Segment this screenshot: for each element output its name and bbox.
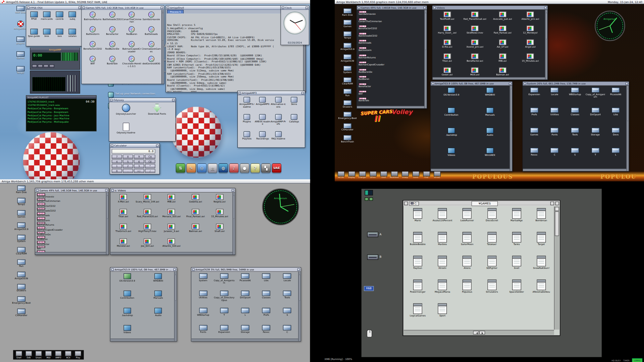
game-icon[interactable]: BatmanReturns xyxy=(37,222,105,227)
desktop-icon[interactable]: Drawers xyxy=(338,100,358,108)
desktop-icon[interactable]: CXHandler xyxy=(11,309,31,316)
file-icon[interactable]: Alternative-Icons xyxy=(270,96,286,113)
drawer-item-icon[interactable]: Contribution xyxy=(112,290,143,307)
drawer-item-icon[interactable]: Contribution xyxy=(432,107,471,127)
drawer-item-icon[interactable]: Libs xyxy=(605,107,626,127)
drawer-item-icon[interactable]: Locale xyxy=(544,86,565,107)
depth-gadget[interactable] xyxy=(161,6,163,9)
drawer-item-icon[interactable]: Libs xyxy=(256,273,277,290)
drawer-item-icon[interactable]: L xyxy=(235,307,256,324)
game-icon[interactable]: RedBaronDe xyxy=(37,231,105,236)
game-icon[interactable]: BardsTale xyxy=(103,55,122,70)
calculator-key[interactable]: 2 xyxy=(123,164,133,168)
scrollbar-vertical[interactable] xyxy=(232,192,235,254)
dock-item[interactable]: Snoop xyxy=(400,171,410,179)
close-gadget[interactable] xyxy=(358,6,360,9)
calculator-key[interactable]: / xyxy=(145,169,155,173)
calculator-key[interactable]: . xyxy=(123,169,133,173)
dock-item[interactable]: AMP3 xyxy=(54,351,63,359)
video-file-icon[interactable]: Batman.avi xyxy=(183,223,208,238)
dock-item[interactable]: MultiView xyxy=(389,171,399,179)
dock-item[interactable]: VirusZ xyxy=(432,171,442,179)
file-icon[interactable]: fpse.guide xyxy=(28,28,40,45)
mouse-icon[interactable] xyxy=(367,329,372,337)
file-icon[interactable]: Catalogs xyxy=(286,113,302,130)
dock-item[interactable]: Find xyxy=(421,171,431,179)
file-icon[interactable]: LodeRunner xyxy=(455,207,480,231)
drawer-item-icon[interactable]: Rexxc xyxy=(524,147,544,167)
desktop-icon[interactable]: Games xyxy=(11,51,31,59)
video-file-icon[interactable]: SkidRow2.mov xyxy=(461,24,489,39)
dock-item[interactable]: Unarc xyxy=(34,351,43,359)
window-title[interactable]: FPSE-OS4 xyxy=(31,6,78,9)
scrollbar-vertical[interactable] xyxy=(510,86,512,171)
calculator-key[interactable]: 0 xyxy=(112,169,122,173)
video-file-icon[interactable]: Titan.avi xyxy=(433,53,461,67)
window-title[interactable]: Games 49% full, 146GB free, 140.3GB in u… xyxy=(361,6,423,9)
game-icon[interactable]: Benefactor xyxy=(103,25,122,40)
video-file-icon[interactable]: Godzilla.avi xyxy=(183,193,208,208)
video-file-icon[interactable]: MIB.avi xyxy=(489,53,517,67)
dock-icon[interactable]: ◍ xyxy=(218,163,228,173)
file-icon[interactable]: OdysseyLauncher xyxy=(110,103,141,122)
game-icon[interactable]: BatmanCapedCrusader xyxy=(359,61,424,69)
file-icon[interactable]: Download Fonts xyxy=(142,103,172,122)
game-icon[interactable]: Saint&Greavsie xyxy=(359,11,424,18)
calculator-key[interactable]: 1 xyxy=(112,164,122,168)
video-file-icon[interactable]: Aoi_DT.avi xyxy=(489,39,517,53)
file-icon[interactable]: AmigaAMP-Prefs xyxy=(270,113,286,130)
depth-gadget[interactable] xyxy=(423,6,426,9)
desktop-icon[interactable]: Emergency-Boot xyxy=(11,297,31,304)
game-icon[interactable]: BeneFactorCD32 xyxy=(37,203,105,207)
depth-gadget[interactable] xyxy=(156,144,158,146)
video-file-icon[interactable]: Avocado_just.avi xyxy=(489,11,517,25)
file-icon[interactable]: Populous xyxy=(455,279,480,302)
close-gadget[interactable] xyxy=(27,6,30,9)
drawer-item-icon[interactable]: WBStartup xyxy=(565,86,585,107)
game-icon[interactable]: BAT xyxy=(83,55,102,70)
video-file-icon[interactable]: Negela.avi xyxy=(208,193,232,208)
video-file-icon[interactable]: Titan.avi xyxy=(111,208,136,223)
scrollbar-vertical[interactable] xyxy=(106,192,108,254)
drawer-item-icon[interactable]: .backdrop xyxy=(432,127,471,147)
close-gadget[interactable] xyxy=(111,189,114,191)
drawer-item-icon[interactable]: Videos xyxy=(432,147,471,167)
scrollbar-vertical[interactable] xyxy=(626,86,629,171)
close-gadget[interactable] xyxy=(524,82,526,85)
window-title[interactable]: System 26% full, 661.2MB free, 138.7MB i… xyxy=(527,82,625,85)
drawer-item-icon[interactable]: System xyxy=(193,273,214,290)
floppy-drive-a-icon[interactable] xyxy=(367,232,378,237)
depth-gadget[interactable] xyxy=(173,268,176,270)
drawer-item-icon[interactable]: DirOpus4 xyxy=(235,290,256,307)
drawer-item-icon[interactable]: Tools xyxy=(277,290,298,307)
drawer-item-icon[interactable]: Games xyxy=(524,127,544,147)
window-title[interactable]: Games 49% full, 146.5GB free, 140.3GB in… xyxy=(40,189,104,192)
dock-item[interactable]: ACII xyxy=(64,351,73,359)
file-icon[interactable]: contrib xyxy=(53,11,66,28)
video-file-icon[interactable]: Monster.avi xyxy=(111,238,136,252)
desktop-icon[interactable]: CXHandler xyxy=(338,123,358,131)
dock-item[interactable]: MUI xyxy=(44,351,53,359)
drawer-item-icon[interactable]: Storage xyxy=(585,127,606,147)
drawer-item-icon[interactable]: Locale xyxy=(277,273,298,290)
window-title[interactable]: AmigaShell xyxy=(170,6,298,9)
prev-button[interactable] xyxy=(32,64,37,68)
file-icon[interactable]: Recordings xyxy=(255,130,270,147)
desktop-icon[interactable]: Run xyxy=(338,89,358,97)
file-icon[interactable]: BubbleBobble xyxy=(406,231,430,255)
file-icon[interactable]: AResshaDeIkou xyxy=(529,279,554,302)
game-icon[interactable]: RedBaronDe xyxy=(103,40,122,55)
equalizer-sliders[interactable] xyxy=(67,75,77,92)
file-icon[interactable]: Odyssey.readme xyxy=(110,122,141,141)
file-icon[interactable]: Aliens xyxy=(455,255,480,279)
scrollbar-vertical[interactable] xyxy=(174,272,176,341)
file-icon[interactable]: bios xyxy=(40,28,53,45)
game-icon[interactable]: BeneFactorCD32 xyxy=(359,25,424,33)
file-icon[interactable]: Snell xyxy=(504,255,529,279)
desktop-icon[interactable]: System xyxy=(338,66,358,73)
window-titlebar[interactable]: C: ¥GAMES xyxy=(403,201,560,206)
track-item[interactable]: PedrJazzCat Pacyma - Mothaquake xyxy=(28,120,85,124)
file-icon[interactable]: SnowNaKibun! xyxy=(529,255,554,279)
desktop-icon[interactable]: Ram Disk xyxy=(11,185,31,193)
depth-gadget[interactable] xyxy=(105,189,107,191)
